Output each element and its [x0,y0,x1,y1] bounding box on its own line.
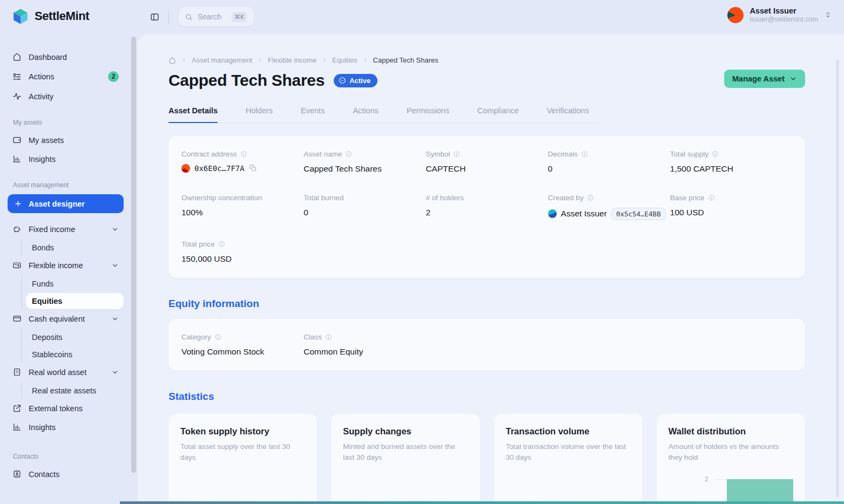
info-icon[interactable] [325,333,332,340]
creator-address-pill[interactable]: 0x5c54…E4BB [611,208,666,220]
field-label: Symbol [426,150,450,158]
field-label: Total supply [670,150,708,158]
asset-designer-label: Asset designer [29,200,85,208]
home-icon[interactable] [168,57,176,64]
search-input[interactable]: ⌘K [179,7,254,26]
sidebar-item-insights-2[interactable]: Insights [8,419,124,435]
bar-chart-icon [12,423,22,432]
user-avatar [727,7,744,23]
piggy-bank-icon [12,224,22,234]
info-icon[interactable] [218,241,225,248]
bottom-edge-bar[interactable] [120,501,844,504]
info-icon[interactable] [587,194,594,201]
symbol-value: CAPTECH [426,164,548,174]
field-class: Class Common Equity [303,333,426,357]
right-scrollbar-track[interactable] [836,59,839,498]
sidebar-item-dashboard[interactable]: Dashboard [8,49,124,65]
sidebar-item-contacts[interactable]: Contacts [8,466,124,482]
wallet-icon [12,135,22,145]
sidebar-item-flexible-income[interactable]: Flexible income [8,257,124,274]
activity-pulse-icon [12,92,22,101]
stat-card-subtitle: Total asset supply over the last 30 days [180,441,305,464]
sidebar-item-stablecoins[interactable]: Stablecoins [26,346,124,363]
field-label: Decimals [548,150,578,158]
sidebar-item-label: Cash equivalent [29,315,85,323]
sidebar-item-label: Activity [29,92,53,101]
sidebar-item-fixed-income[interactable]: Fixed income [8,221,124,237]
field-decimals: Decimals 0 [548,150,670,174]
field-base-price: Base price 100 USD [670,194,792,220]
main-scrollbar-thumb[interactable] [131,37,136,473]
fixed-income-subgroup: Bonds [22,240,124,256]
user-menu[interactable]: Asset Issuer issuer@settlemint.com [727,6,832,24]
info-icon[interactable] [214,333,221,340]
chevron-down-icon [111,315,119,323]
breadcrumb: Asset management Flexible income Equitie… [168,56,805,64]
sidebar-item-my-assets[interactable]: My assets [8,132,124,148]
main-panel: Manage Asset Asset management Flexible i… [138,35,844,504]
credit-card-icon [12,314,22,323]
brand-name: SettleMint [35,9,89,23]
sidebar-item-label: Real world asset [29,368,86,377]
user-email: issuer@settlemint.com [750,16,818,24]
sidebar-section-my-assets: My assets [13,119,124,126]
tab-events[interactable]: Events [301,106,325,122]
creator-avatar [548,209,557,218]
info-icon[interactable] [345,151,352,158]
sidebar-item-real-world-asset[interactable]: Real world asset [8,364,124,380]
statistics-heading: Statistics [168,391,805,403]
field-holders: # of holders 2 [426,194,548,220]
sidebar-item-external-tokens[interactable]: External tokens [8,400,124,417]
breadcrumb-item[interactable]: Equities [332,56,357,64]
sidebar-item-equities[interactable]: Equities [26,293,124,309]
tab-bar: Asset Details Holders Events Actions Per… [168,106,599,123]
sidebar-item-deposits[interactable]: Deposits [26,329,124,345]
tab-asset-details[interactable]: Asset Details [168,106,218,123]
info-icon[interactable] [581,151,588,158]
chevron-right-icon [321,57,327,63]
tab-compliance[interactable]: Compliance [477,106,519,122]
header-divider [168,10,169,24]
info-icon[interactable] [712,151,719,158]
home-icon [12,52,22,62]
sidebar-item-actions[interactable]: Actions 2 [8,67,124,86]
sidebar-item-real-estate-assets[interactable]: Real estate assets [26,383,124,399]
sidebar-item-activity[interactable]: Activity [8,88,124,105]
info-icon[interactable] [453,151,460,158]
search-field[interactable] [197,12,228,22]
chevron-right-icon [257,57,263,63]
stat-card-token-supply-history: Token supply history Total asset supply … [168,414,317,504]
sidebar: Dashboard Actions 2 Activity My assets M… [0,35,131,504]
sidebar-item-funds[interactable]: Funds [26,276,124,292]
chevron-down-icon [111,262,119,269]
copy-icon[interactable] [249,164,257,172]
field-label: # of holders [426,194,464,202]
sidebar-item-cash-equivalent[interactable]: Cash equivalent [8,310,124,327]
sidebar-item-bonds[interactable]: Bonds [26,240,124,256]
sidebar-toggle-icon[interactable] [150,12,160,22]
breadcrumb-item[interactable]: Asset management [192,56,252,64]
sidebar-item-insights[interactable]: Insights [8,151,124,167]
tab-permissions[interactable]: Permissions [407,106,449,122]
holders-value: 2 [426,208,548,217]
breadcrumb-item[interactable]: Flexible income [268,56,316,64]
tab-actions[interactable]: Actions [353,106,379,122]
brand[interactable]: SettleMint [12,8,89,25]
info-icon[interactable] [708,194,715,201]
asset-designer-button[interactable]: Asset designer [8,194,124,213]
tab-verifications[interactable]: Verifications [547,106,589,122]
sidebar-section-asset-management: Asset management [13,181,124,189]
asset-name-value: Capped Tech Shares [303,164,426,174]
stat-card-title: Token supply history [180,426,305,437]
stat-card-subtitle: Amount of holders vs the amounts they ho… [669,441,793,464]
sidebar-item-label: External tokens [29,404,83,413]
info-icon[interactable] [240,151,247,158]
tab-holders[interactable]: Holders [246,106,273,122]
stat-card-title: Supply changes [343,426,468,437]
equity-information-heading: Equity information [168,298,805,310]
total-price-value: 150,000 USD [181,254,303,264]
actions-count-badge: 2 [108,71,119,82]
user-name: Asset Issuer [750,6,818,16]
flexible-income-subgroup: Funds Equities [22,276,124,309]
field-label: Class [303,333,322,341]
